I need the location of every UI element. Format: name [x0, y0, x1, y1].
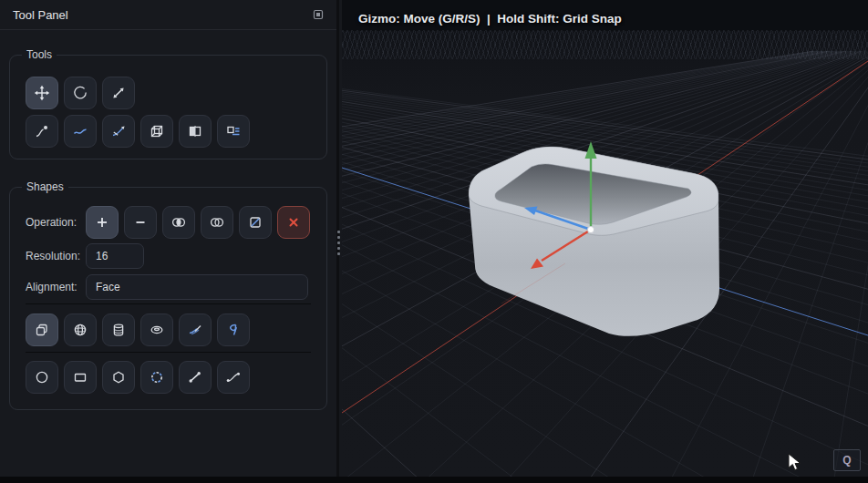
- panel-resize-handle[interactable]: [337, 231, 340, 255]
- shape-line-button[interactable]: [179, 361, 212, 394]
- slice-icon: [247, 214, 264, 231]
- operation-label: Operation:: [26, 216, 86, 229]
- scale-icon: [110, 85, 127, 101]
- scene-canvas: [342, 0, 868, 483]
- float-panel-button[interactable]: [311, 7, 326, 22]
- quick-menu-button[interactable]: Q: [833, 449, 861, 471]
- shapes-group-label: Shapes: [22, 180, 68, 193]
- edit-curve-icon: [72, 123, 88, 139]
- alignment-input[interactable]: [86, 274, 308, 300]
- quick-menu-label: Q: [842, 454, 851, 467]
- viewport-3d[interactable]: Gizmo: Move (G/R/S) | Hold Shift: Grid S…: [342, 0, 868, 483]
- mouse-cursor: [788, 453, 802, 473]
- shape-cylinder-button[interactable]: [102, 313, 135, 346]
- rotate-icon: [72, 85, 88, 101]
- app-window: Tool Panel Tools: [0, 0, 868, 483]
- mirror-icon: [187, 123, 203, 139]
- wireframe-box-icon: [149, 123, 165, 139]
- circle-icon: [34, 369, 50, 385]
- shape-curve-button[interactable]: [217, 361, 250, 394]
- shape-circle-button[interactable]: [26, 361, 58, 394]
- operation-subtract-button[interactable]: [124, 206, 157, 239]
- revolve-icon: [225, 322, 242, 338]
- cylinder-icon: [110, 322, 127, 338]
- tool-panel-header: Tool Panel: [0, 0, 336, 30]
- line-icon: [187, 369, 203, 385]
- draw-stroke-icon: [34, 123, 50, 139]
- panel-title: Tool Panel: [13, 8, 68, 22]
- shapes-group: Shapes Operation:: [9, 187, 327, 410]
- array-icon: [225, 123, 242, 139]
- operation-delete-button[interactable]: [277, 206, 310, 239]
- move-tool-button[interactable]: [26, 77, 58, 109]
- wireframe-box-tool-button[interactable]: [140, 115, 173, 148]
- move-icon: [34, 85, 50, 101]
- tool-panel: Tool Panel Tools: [0, 0, 339, 483]
- delete-x-icon: [285, 214, 302, 231]
- rotate-tool-button[interactable]: [64, 77, 97, 109]
- shape-torus-button[interactable]: [140, 313, 173, 346]
- box-icon: [34, 322, 50, 338]
- operation-union-button[interactable]: [201, 206, 233, 239]
- tools-group: Tools: [9, 55, 327, 159]
- dock-icon: [311, 7, 326, 22]
- mirror-tool-button[interactable]: [179, 115, 212, 148]
- union-icon: [209, 214, 225, 231]
- draw-stroke-tool-button[interactable]: [26, 115, 58, 148]
- curve-icon: [225, 369, 242, 385]
- minus-icon: [132, 214, 149, 231]
- bottom-edge-bar: [0, 477, 868, 483]
- operation-slice-button[interactable]: [239, 206, 272, 239]
- operation-add-button[interactable]: [86, 206, 119, 239]
- resolution-input[interactable]: [86, 243, 144, 269]
- sweep-icon: [187, 322, 203, 338]
- viewport-status-text: Gizmo: Move (G/R/S) | Hold Shift: Grid S…: [358, 12, 622, 26]
- sphere-icon: [72, 322, 88, 338]
- tools-group-label: Tools: [22, 48, 57, 61]
- shape-sphere-button[interactable]: [64, 313, 97, 346]
- operation-intersect-button[interactable]: [162, 206, 195, 239]
- plus-icon: [94, 214, 110, 231]
- smooth-curve-icon: [110, 123, 127, 139]
- shape-box-button[interactable]: [26, 313, 58, 346]
- intersect-icon: [170, 214, 187, 231]
- hexagon-icon: [110, 369, 127, 385]
- edit-curve-tool-button[interactable]: [64, 115, 97, 148]
- shape-rectangle-button[interactable]: [64, 361, 97, 394]
- scale-tool-button[interactable]: [102, 77, 135, 109]
- resolution-label: Resolution:: [26, 250, 86, 262]
- shape-dashed-circle-button[interactable]: [140, 361, 173, 394]
- shape-sweep-button[interactable]: [179, 313, 212, 346]
- gizmo-origin-dot[interactable]: [587, 226, 594, 232]
- alignment-label: Alignment:: [26, 281, 86, 293]
- array-tool-button[interactable]: [217, 115, 250, 148]
- torus-icon: [149, 322, 165, 338]
- rectangle-icon: [72, 369, 88, 385]
- dashed-circle-icon: [149, 369, 165, 385]
- shape-revolve-button[interactable]: [217, 313, 250, 346]
- smooth-curve-tool-button[interactable]: [102, 115, 135, 148]
- shape-hexagon-button[interactable]: [102, 361, 135, 394]
- model-box[interactable]: [469, 147, 719, 336]
